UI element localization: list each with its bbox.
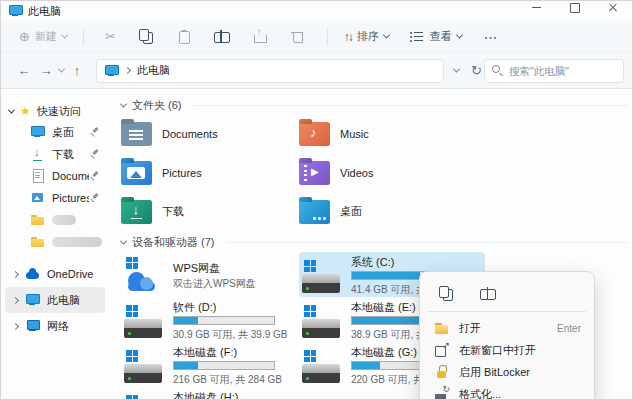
redacted-label xyxy=(52,215,76,225)
back-button[interactable]: ← xyxy=(13,63,35,78)
chevron-right-icon xyxy=(12,296,19,303)
sort-arrows-icon: ↑↓ xyxy=(344,30,352,44)
divider xyxy=(83,29,84,45)
pin-icon xyxy=(89,127,100,138)
sidebar-quick-item[interactable] xyxy=(1,209,109,231)
pictures-folder xyxy=(121,161,152,185)
picture-icon xyxy=(31,191,45,205)
cut-icon[interactable]: ✂ xyxy=(105,30,116,43)
drive-info: 双击进入WPS网盘 xyxy=(173,277,256,291)
sidebar-quick-item[interactable]: Documents xyxy=(1,165,109,187)
drive-tile[interactable]: 本地磁盘 (F:) 216 GB 可用, 共 284 GB xyxy=(121,342,299,387)
drive-icon xyxy=(124,364,162,383)
sidebar-quick-item[interactable]: 下载 xyxy=(1,143,109,165)
pin-icon xyxy=(89,171,100,182)
search-box[interactable] xyxy=(484,59,624,83)
windows-logo-icon xyxy=(126,395,164,399)
pc-icon xyxy=(26,293,40,307)
list-view-icon xyxy=(409,29,425,44)
folder-tile[interactable]: Videos xyxy=(299,153,485,192)
rename-icon[interactable] xyxy=(214,29,230,44)
sidebar-item-网络[interactable]: 网络 xyxy=(5,313,105,339)
context-menu-item[interactable]: 格式化... xyxy=(425,383,589,400)
share-icon[interactable] xyxy=(252,29,268,44)
folder-open-icon xyxy=(434,321,450,336)
new-window-icon xyxy=(434,343,450,358)
window-title: 此电脑 xyxy=(28,4,61,19)
context-menu-item[interactable]: 打开 Enter xyxy=(425,317,589,339)
minimize-button[interactable] xyxy=(530,2,544,13)
breadcrumb[interactable]: 此电脑 xyxy=(96,59,444,83)
pin-icon xyxy=(89,149,100,160)
folder-tile[interactable]: 桌面 xyxy=(299,192,485,231)
windows-logo-icon xyxy=(304,305,342,317)
drive-icon xyxy=(302,319,340,338)
desktop-folder xyxy=(299,200,330,224)
sidebar-item-OneDrive[interactable]: OneDrive xyxy=(5,261,105,287)
copy-icon[interactable] xyxy=(138,29,154,44)
search-input[interactable] xyxy=(509,65,616,77)
chevron-down-icon[interactable] xyxy=(8,106,15,113)
up-button[interactable]: ↑ xyxy=(66,63,88,78)
context-menu-item[interactable]: 启用 BitLocker xyxy=(425,361,589,383)
capacity-bar xyxy=(173,361,275,370)
context-menu-item[interactable]: 在新窗口中打开 xyxy=(425,339,589,361)
window-controls xyxy=(530,2,620,14)
folder-icon xyxy=(31,235,45,249)
drives-section-header[interactable]: 设备和驱动器 (7) xyxy=(121,234,632,250)
copy-icon[interactable] xyxy=(434,283,458,303)
delete-icon[interactable] xyxy=(290,29,306,44)
maximize-button[interactable] xyxy=(568,2,582,13)
close-button[interactable] xyxy=(606,2,620,13)
network-icon xyxy=(26,319,40,333)
download-icon xyxy=(31,147,45,161)
plus-circle-icon: ⊕ xyxy=(19,30,30,43)
sort-button[interactable]: ↑↓ 排序 xyxy=(338,25,395,48)
history-chevron-icon[interactable] xyxy=(58,66,65,73)
rename-icon[interactable] xyxy=(476,283,500,303)
sidebar-quick-item[interactable]: 桌面 xyxy=(1,121,109,143)
chevron-right-icon xyxy=(12,322,19,329)
collapse-chevron-icon[interactable] xyxy=(120,237,127,244)
onedrive-icon xyxy=(26,267,40,281)
chevron-right-icon xyxy=(124,67,131,74)
folder-tile[interactable]: 下载 xyxy=(121,192,299,231)
sidebar-item-此电脑[interactable]: 此电脑 xyxy=(5,287,105,313)
breadcrumb-root-label[interactable]: 此电脑 xyxy=(137,63,170,78)
format-icon xyxy=(434,387,450,400)
divider xyxy=(327,29,328,45)
folder-name: 下载 xyxy=(162,204,184,219)
cloud-icon xyxy=(124,271,164,297)
sidebar-quick-item[interactable]: Pictures xyxy=(1,187,109,209)
drive-tile[interactable]: 软件 (D:) 30.9 GB 可用, 共 39.9 GB xyxy=(121,297,299,342)
search-icon xyxy=(492,65,503,76)
paste-icon[interactable] xyxy=(176,29,192,44)
refresh-icon[interactable]: ↻ xyxy=(471,63,482,78)
sidebar-quick-item[interactable] xyxy=(1,231,109,253)
address-dropdown-icon[interactable] xyxy=(453,66,460,73)
folder-tile[interactable]: Documents xyxy=(121,114,299,153)
folders-section-header[interactable]: 文件夹 (6) xyxy=(121,97,632,113)
forward-button[interactable]: → xyxy=(35,63,57,78)
more-options-icon[interactable]: ⋯ xyxy=(484,30,498,44)
chevron-down-icon xyxy=(61,32,68,39)
drive-tile[interactable]: WPS网盘 双击进入WPS网盘 xyxy=(121,252,299,297)
drive-tile[interactable]: 本地磁盘 (H:) xyxy=(121,387,299,399)
this-pc-icon xyxy=(105,65,118,76)
folder-tile[interactable]: Music xyxy=(299,114,485,153)
sidebar-item-quick-access[interactable]: ★ 快速访问 xyxy=(1,101,109,121)
context-menu: 打开 Enter 在新窗口中打开 启用 BitLocker 格式化... xyxy=(419,271,595,400)
folder-name: Pictures xyxy=(162,167,202,179)
view-button[interactable]: 查看 xyxy=(403,25,468,48)
folder-name: 桌面 xyxy=(340,204,362,219)
new-button[interactable]: ⊕ 新建 xyxy=(13,25,73,48)
capacity-bar xyxy=(173,316,275,325)
sidebar-item-label: 此电脑 xyxy=(47,293,80,308)
folder-tile[interactable]: Pictures xyxy=(121,153,299,192)
windows-logo-icon xyxy=(126,350,164,362)
chevron-right-icon xyxy=(12,270,19,277)
windows-logo-icon xyxy=(304,260,342,272)
context-menu-quick-actions xyxy=(425,278,589,311)
windows-logo-icon xyxy=(126,305,164,317)
collapse-chevron-icon[interactable] xyxy=(120,100,127,107)
